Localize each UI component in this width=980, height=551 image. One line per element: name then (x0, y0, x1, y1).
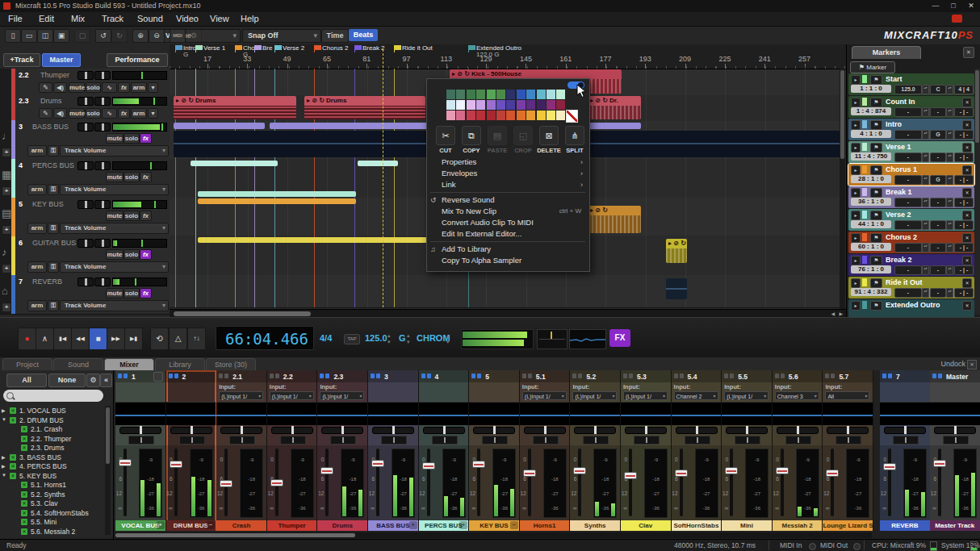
tempo-spinner[interactable]: ▴▾ (922, 107, 929, 117)
color-swatch[interactable] (506, 100, 515, 110)
mute-button[interactable]: mute (106, 211, 124, 221)
track-volume-slider[interactable] (77, 200, 94, 209)
track-volume-dropdown[interactable]: Track Volume▾ (60, 223, 169, 234)
marker-expand-icon[interactable]: ▸ (851, 98, 861, 107)
pencil-icon[interactable]: ✎ (39, 108, 52, 119)
marker-delete-icon[interactable]: ✕ (962, 120, 972, 130)
checkbox-icon[interactable]: ✕ (10, 417, 16, 424)
color-swatch[interactable] (476, 111, 485, 120)
checkbox-icon[interactable]: ✕ (21, 436, 27, 442)
tree-item-5-key-bus[interactable]: ▼✕5. KEY BUS (0, 472, 103, 482)
tree-expand-icon[interactable]: ▶ (2, 463, 6, 469)
context-item-edit-in-external-editor-[interactable]: Edit In External Editor... (427, 228, 589, 240)
tempo-value[interactable]: 125.0 (365, 333, 387, 343)
mixer-strip-5.5[interactable]: 5.5Input:(L)Input 1/▾0612∞-9-18-27-36Min… (722, 370, 773, 531)
group-collapse-button[interactable]: − (510, 521, 518, 529)
eq-display[interactable] (672, 402, 722, 425)
pan-slider[interactable] (473, 427, 515, 434)
fader-handle[interactable] (422, 462, 435, 470)
tree-expand-icon[interactable]: ▶ (2, 454, 6, 460)
slider-handle[interactable] (85, 98, 87, 105)
track-volume-slider[interactable] (77, 161, 94, 170)
fx-button[interactable]: fx (140, 133, 152, 144)
zoom-in-icon[interactable]: ⊕ (132, 29, 149, 43)
checkbox-icon[interactable]: ✕ (10, 473, 16, 479)
channel-menu-icon[interactable] (153, 372, 163, 382)
color-swatch[interactable] (456, 90, 465, 99)
skip-end-button[interactable]: ▶▮ (124, 328, 143, 350)
mixer-strip-4[interactable]: 40612∞-9-18-27-36PERCS BUS+ (419, 370, 470, 531)
markers-tab[interactable]: Markers (852, 46, 921, 59)
arrange-v-scrollbar[interactable] (840, 69, 845, 309)
mixer-strip-5.1[interactable]: 5.1Input:(L)Input 1/▾0612∞-9-18-27-36Hor… (520, 370, 571, 531)
minimize-button[interactable]: — (927, 0, 944, 11)
mixer-strip-5.7[interactable]: 5.7Input:All▾0612∞-9-18-27-36Lounge Liza… (823, 370, 873, 531)
save-icon[interactable]: ▣ (53, 29, 69, 43)
solo-button[interactable]: solo (86, 108, 101, 119)
marker-key[interactable]: - (930, 198, 946, 207)
marker-position[interactable]: 4 : 1 : 0 (851, 130, 891, 138)
speaker-icon[interactable]: ◀) (53, 108, 67, 119)
tempo-spinner[interactable]: ▴▾ (922, 288, 929, 298)
marker-delete-icon[interactable]: ✕ (962, 143, 972, 152)
marker-key[interactable]: - (930, 265, 946, 275)
fader-handle[interactable] (472, 461, 485, 468)
channel-name-label[interactable]: Crash (216, 520, 266, 531)
eq-display[interactable] (722, 402, 772, 425)
tree-item-1-vocal-bus[interactable]: ▶✕1. VOCAL BUS (0, 407, 103, 416)
send-slot[interactable] (785, 436, 811, 445)
color-swatch[interactable] (526, 90, 535, 99)
marker-key[interactable]: G (930, 130, 946, 140)
automation-icon[interactable]: ∿ (102, 108, 117, 119)
context-item-properties[interactable]: Properties› (427, 157, 589, 168)
color-swatch[interactable] (446, 90, 455, 99)
fader-handle[interactable] (624, 472, 637, 479)
slider-handle[interactable] (85, 72, 87, 79)
scroll-left-icon[interactable]: ◀ (831, 311, 835, 316)
pencil-icon[interactable]: ✎ (39, 82, 52, 93)
slider-handle[interactable] (102, 98, 104, 105)
marker-timesig[interactable]: - | - (954, 198, 974, 207)
channel-name-label[interactable]: REVERB (880, 520, 930, 531)
checkbox-icon[interactable]: ✕ (10, 407, 16, 414)
marker-item-break-2[interactable]: ▸⚑Break 2✕76 : 1 : 0-▴▾-▴▾- | - (848, 254, 974, 276)
channel-name-label[interactable]: Mini (722, 520, 772, 531)
fader-track[interactable] (427, 449, 430, 516)
menu-file[interactable]: File (8, 14, 23, 23)
filter-none-button[interactable]: None (48, 374, 86, 387)
add-sub-track-button[interactable]: + (2, 148, 11, 157)
marker-tempo[interactable]: - (894, 220, 922, 230)
scale-mode-value[interactable]: CHROM (417, 333, 450, 343)
marker-key[interactable]: C (930, 85, 946, 94)
eq-display[interactable] (267, 402, 317, 425)
fader-track[interactable] (888, 449, 891, 516)
tempo-spinner[interactable]: ▴▾ (922, 130, 929, 140)
pan-slider[interactable] (934, 427, 976, 434)
master-fx-button[interactable]: FX (609, 329, 630, 347)
track-volume-dropdown[interactable]: Track Volume▾ (60, 184, 169, 195)
lock-icon[interactable]: ⚿ (48, 300, 59, 311)
marker-position[interactable]: 11 : 4 : 750 (851, 152, 891, 161)
track-pan-slider[interactable] (94, 97, 111, 106)
tree-expand-icon[interactable]: ▶ (2, 407, 6, 413)
master-fader[interactable] (537, 329, 567, 349)
marker-item-extended-outro[interactable]: ▸⚑Extended Outro✕ (848, 299, 974, 317)
pan-slider[interactable] (676, 427, 718, 434)
eq-display[interactable] (621, 402, 671, 425)
marker-key[interactable]: - (930, 152, 946, 162)
key-spinner[interactable]: ▴▾ (946, 243, 953, 253)
marker-delete-icon[interactable]: ✕ (962, 98, 972, 107)
marker-color-chip[interactable] (862, 301, 867, 309)
send-slot[interactable] (533, 436, 559, 445)
pan-slider[interactable] (777, 427, 819, 434)
channel-name-label[interactable]: Horns1 (520, 520, 570, 531)
eq-display[interactable] (368, 402, 418, 425)
snap-dropdown[interactable]: Snap Off ▾ (242, 29, 321, 43)
marker-item-count-in[interactable]: ▸⚑Count In✕1 : 4 : 874-▴▾-▴▾- | - (848, 96, 974, 118)
pan-slider[interactable] (574, 427, 616, 434)
send-slot[interactable] (943, 436, 969, 445)
fader-handle[interactable] (170, 461, 182, 468)
marker-timesig[interactable]: - | - (954, 288, 974, 298)
tree-item-2-3-drums[interactable]: ✕2.3. Drums (0, 444, 103, 453)
group-collapse-button[interactable]: + (157, 521, 165, 529)
